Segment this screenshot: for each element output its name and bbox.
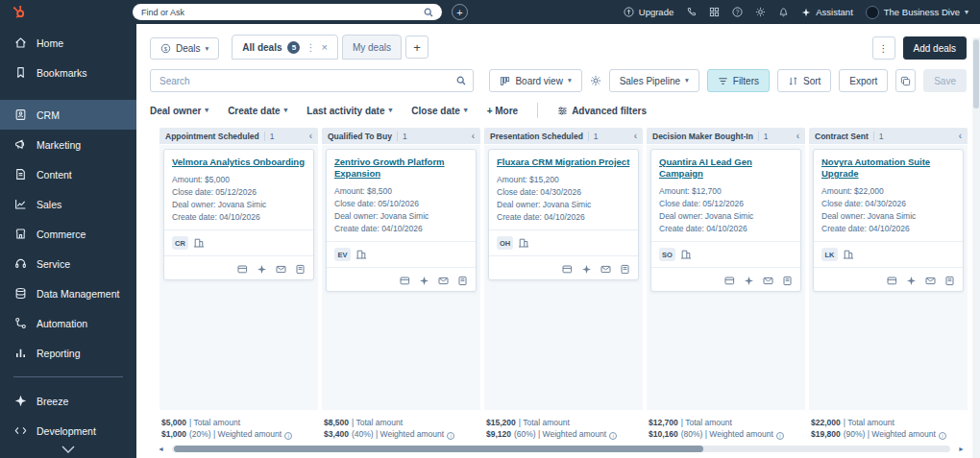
sidebar-item-automation[interactable]: Automation	[0, 308, 136, 338]
add-deals-button[interactable]: Add deals	[903, 36, 967, 60]
note-icon[interactable]	[457, 276, 468, 286]
deal-card[interactable]: Novyra Automation Suite Upgrade Amount: …	[813, 149, 964, 292]
sidebar-collapse-chevron-icon[interactable]	[0, 446, 136, 453]
sidebar-item-breeze[interactable]: Breeze	[0, 386, 136, 416]
sidebar-item-service[interactable]: Service	[0, 249, 136, 278]
sort-button[interactable]: Sort	[777, 69, 831, 92]
info-icon[interactable]: i	[939, 432, 946, 440]
collapse-column-icon[interactable]: ‹	[634, 131, 637, 141]
tab-close-icon[interactable]: ×	[321, 41, 327, 53]
page-options-kebab-button[interactable]: ⋮	[872, 36, 895, 60]
company-icon[interactable]	[680, 249, 692, 260]
preview-icon[interactable]	[887, 276, 897, 286]
advanced-filters-button[interactable]: Advanced filters	[557, 106, 647, 116]
deal-title-link[interactable]: Fluxara CRM Migration Project	[497, 157, 630, 168]
contact-avatar[interactable]: OH	[497, 236, 513, 250]
deal-title-link[interactable]: Velmora Analytics Onboarding	[172, 157, 306, 168]
sidebar-item-development[interactable]: Development	[0, 416, 136, 446]
pipeline-select-button[interactable]: Sales Pipeline ▾	[609, 69, 699, 92]
object-switcher-button[interactable]: $ Deals ▾	[150, 37, 219, 60]
email-icon[interactable]	[763, 276, 773, 286]
settings-icon[interactable]	[755, 7, 766, 17]
preview-icon[interactable]	[724, 276, 735, 286]
scroll-left-icon[interactable]: ◄	[158, 446, 164, 452]
sidebar-item-home[interactable]: Home	[0, 28, 136, 58]
help-icon[interactable]: ?	[732, 7, 743, 17]
notifications-icon[interactable]	[778, 7, 789, 17]
sidebar-item-marketing[interactable]: Marketing	[0, 130, 136, 159]
deal-card[interactable]: Zentrivo Growth Platform Expansion Amoun…	[326, 149, 477, 292]
preview-icon[interactable]	[562, 264, 573, 275]
info-icon[interactable]: i	[284, 432, 292, 440]
filter-more-button[interactable]: + More	[487, 106, 519, 116]
ai-sparkle-icon[interactable]	[419, 276, 429, 286]
email-icon[interactable]	[600, 264, 611, 275]
note-icon[interactable]	[782, 276, 793, 286]
collapse-column-icon[interactable]: ‹	[796, 131, 799, 141]
deal-card[interactable]: Quantira AI Lead Gen Campaign Amount: $1…	[650, 149, 801, 292]
board-settings-gear-icon[interactable]	[590, 75, 601, 86]
vertical-scrollbar-thumb[interactable]	[973, 39, 979, 108]
filter-create-date[interactable]: Create date ▾	[228, 106, 287, 116]
ai-sparkle-icon[interactable]	[906, 276, 917, 286]
filter-last-activity-date[interactable]: Last activity date ▾	[306, 106, 392, 116]
sidebar-item-bookmarks[interactable]: Bookmarks	[0, 58, 136, 87]
deal-title-link[interactable]: Quantira AI Lead Gen Campaign	[659, 157, 793, 180]
contact-avatar[interactable]: LK	[821, 248, 838, 261]
preview-icon[interactable]	[237, 264, 248, 275]
deal-card[interactable]: Fluxara CRM Migration Project Amount: $1…	[488, 149, 639, 280]
export-button[interactable]: Export	[839, 69, 888, 92]
company-icon[interactable]	[193, 237, 205, 249]
tab-all-deals[interactable]: All deals 5 ⋮ ×	[232, 35, 338, 60]
save-view-button[interactable]: Save	[923, 69, 967, 92]
email-icon[interactable]	[276, 264, 286, 275]
account-menu[interactable]: The Business Dive ▾	[866, 6, 968, 19]
contact-avatar[interactable]: EV	[334, 248, 351, 261]
contact-avatar[interactable]: CR	[172, 236, 188, 250]
info-icon[interactable]: i	[447, 432, 454, 440]
collapse-column-icon[interactable]: ‹	[309, 131, 312, 141]
note-icon[interactable]	[944, 276, 955, 286]
hubspot-logo-icon[interactable]	[12, 5, 27, 20]
deal-title-link[interactable]: Novyra Automation Suite Upgrade	[821, 157, 955, 180]
sidebar-item-data-management[interactable]: Data Management	[0, 278, 136, 308]
filter-deal-owner[interactable]: Deal owner ▾	[150, 106, 208, 116]
scroll-right-icon[interactable]: ►	[958, 446, 965, 452]
preview-icon[interactable]	[400, 276, 410, 286]
deal-title-link[interactable]: Zentrivo Growth Platform Expansion	[334, 157, 468, 180]
marketplace-icon[interactable]	[709, 7, 720, 17]
calling-icon[interactable]	[686, 7, 697, 17]
info-icon[interactable]: i	[776, 432, 784, 440]
sidebar-item-content[interactable]: Content	[0, 159, 136, 189]
page-vertical-scrollbar[interactable]	[972, 37, 980, 458]
sidebar-item-reporting[interactable]: Reporting	[0, 338, 136, 368]
sidebar-item-crm[interactable]: CRM	[0, 100, 136, 130]
filter-close-date[interactable]: Close date ▾	[411, 106, 467, 116]
quick-create-button[interactable]: +	[452, 4, 468, 20]
note-icon[interactable]	[620, 264, 630, 275]
company-icon[interactable]	[355, 249, 367, 260]
sidebar-item-commerce[interactable]: Commerce	[0, 219, 136, 249]
filters-button[interactable]: Filters	[707, 69, 770, 92]
scrollbar-thumb[interactable]	[174, 446, 703, 452]
deal-search-input[interactable]	[150, 69, 474, 92]
company-icon[interactable]	[843, 249, 854, 260]
board-view-button[interactable]: Board view ▾	[489, 69, 581, 92]
ai-sparkle-icon[interactable]	[744, 276, 754, 286]
email-icon[interactable]	[438, 276, 449, 286]
sidebar-item-sales[interactable]: Sales	[0, 189, 136, 219]
collapse-column-icon[interactable]: ‹	[472, 131, 475, 141]
note-icon[interactable]	[295, 264, 306, 275]
info-icon[interactable]: i	[609, 432, 617, 440]
add-view-button[interactable]: +	[405, 36, 429, 59]
ai-sparkle-icon[interactable]	[257, 264, 267, 275]
clone-view-button[interactable]	[895, 69, 916, 92]
assistant-button[interactable]: Assistant	[801, 7, 853, 17]
tab-my-deals[interactable]: My deals	[342, 35, 402, 60]
tab-options-icon[interactable]: ⋮	[306, 42, 315, 53]
email-icon[interactable]	[925, 276, 936, 286]
contact-avatar[interactable]: SO	[659, 248, 675, 261]
ai-sparkle-icon[interactable]	[581, 264, 592, 275]
upgrade-button[interactable]: Upgrade	[624, 7, 674, 17]
collapse-column-icon[interactable]: ‹	[959, 131, 962, 141]
